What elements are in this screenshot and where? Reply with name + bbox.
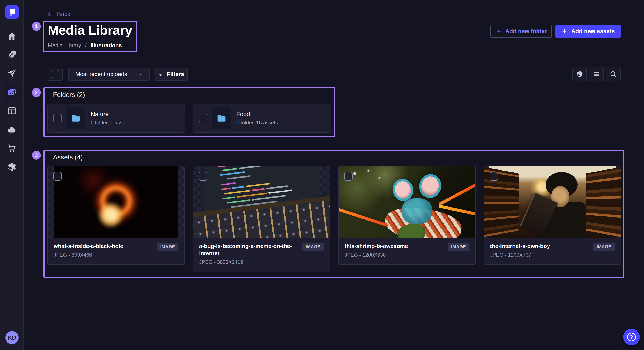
folder-name: Food [236, 111, 278, 118]
sort-select-value: Most recent uploads [76, 71, 127, 78]
paper-plane-icon [7, 68, 17, 78]
asset-type-badge: IMAGE [302, 243, 324, 251]
breadcrumb-current: Illustrations [90, 42, 122, 49]
breadcrumb-root[interactable]: Media Library [48, 42, 81, 49]
back-link[interactable]: Back [47, 11, 70, 17]
asset-preview [193, 167, 330, 237]
folder-name: Nature [91, 111, 127, 118]
folder-checkbox[interactable] [199, 114, 208, 123]
sidebar: KD [0, 0, 24, 350]
page-title: Media Library [48, 22, 132, 38]
sidebar-item-settings[interactable] [3, 158, 21, 176]
gear-icon [576, 70, 584, 78]
sidebar-item-releases[interactable] [3, 64, 21, 82]
sidebar-item-content-type-builder[interactable] [3, 102, 21, 120]
help-button[interactable]: ? [623, 329, 640, 345]
question-circle-icon: ? [627, 333, 636, 342]
sidebar-item-marketplace[interactable] [3, 139, 21, 157]
asset-meta: JPEG - 3628X2419 [199, 259, 298, 265]
section-divider [47, 144, 621, 144]
asset-type-badge: IMAGE [157, 243, 178, 251]
layout-icon [7, 106, 17, 116]
asset-thumbnail-shrimp [338, 167, 475, 237]
asset-caption: the-internet-s-own-boy JPEG - 1200X707 I… [484, 237, 621, 264]
cart-icon [7, 143, 17, 153]
sidebar-divider [0, 24, 24, 24]
sidebar-item-content-manager[interactable] [3, 46, 21, 64]
annotation-marker-1: 1 [32, 22, 41, 31]
sidebar-item-home[interactable] [3, 27, 21, 45]
asset-preview [48, 167, 184, 237]
folder-tile [66, 107, 85, 129]
add-new-folder-button[interactable]: Add new folder [490, 25, 552, 38]
avatar-initials: KD [8, 335, 16, 341]
folder-icon [216, 113, 227, 124]
folders-heading: Folders (2) [53, 91, 85, 99]
home-icon [7, 31, 17, 41]
folder-checkbox[interactable] [53, 114, 62, 123]
add-new-assets-button[interactable]: Add new assets [556, 25, 621, 38]
select-all-checkbox[interactable] [51, 70, 60, 78]
sort-select[interactable]: Most recent uploads [68, 68, 150, 81]
asset-thumbnail-black-hole [54, 167, 178, 237]
folder-meta: 0 folder, 1 asset [91, 120, 127, 126]
asset-checkbox[interactable] [53, 172, 62, 180]
asset-caption: what-s-inside-a-black-hole JPEG - 800X46… [48, 237, 184, 264]
strapi-logo[interactable] [5, 5, 19, 19]
assets-heading: Assets (4) [53, 154, 83, 161]
asset-meta: JPEG - 1200X707 [490, 252, 589, 258]
asset-type-badge: IMAGE [448, 243, 469, 251]
gear-icon [7, 162, 17, 172]
asset-preview [484, 167, 621, 237]
sidebar-item-deploy[interactable] [3, 121, 21, 139]
asset-title: this-shrimp-is-awesome [344, 243, 444, 250]
breadcrumb: Media Library / Illustrations [48, 42, 122, 49]
folder-card-food[interactable]: Food 0 folder, 16 assets [193, 104, 331, 133]
asset-card-black-hole[interactable]: what-s-inside-a-black-hole JPEG - 800X46… [47, 166, 185, 265]
asset-checkbox[interactable] [344, 172, 353, 180]
asset-meta: JPEG - 800X466 [54, 252, 153, 258]
folder-icon [70, 113, 81, 124]
annotation-marker-3: 3 [32, 151, 41, 160]
cloud-icon [7, 125, 17, 135]
feather-icon [7, 50, 17, 59]
folder-tile [212, 107, 231, 129]
list-view-button[interactable] [589, 67, 604, 81]
view-settings-button[interactable] [572, 67, 587, 81]
chevron-down-icon [138, 71, 144, 77]
select-all-checkbox-wrapper[interactable] [48, 68, 62, 81]
asset-title: a-bug-is-becoming-a-meme-on-the-internet [199, 243, 298, 257]
asset-thumbnail-code [204, 167, 319, 237]
asset-card-shrimp[interactable]: this-shrimp-is-awesome JPEG - 1200X630 I… [338, 166, 476, 265]
avatar[interactable]: KD [5, 331, 18, 344]
search-icon [610, 70, 617, 78]
folder-meta: 0 folder, 16 assets [236, 120, 278, 126]
plus-icon [561, 28, 568, 34]
asset-preview [338, 167, 475, 237]
sidebar-bottom-divider [0, 324, 24, 325]
list-icon [593, 70, 600, 78]
asset-card-bug-meme[interactable]: a-bug-is-becoming-a-meme-on-the-internet… [193, 166, 330, 272]
asset-title: the-internet-s-own-boy [490, 243, 589, 250]
asset-card-internets-own-boy[interactable]: the-internet-s-own-boy JPEG - 1200X707 I… [484, 166, 621, 265]
sidebar-item-media-library[interactable] [3, 83, 21, 101]
search-button[interactable] [606, 67, 620, 81]
assets-grid: what-s-inside-a-black-hole JPEG - 800X46… [47, 166, 621, 272]
asset-type-badge: IMAGE [593, 243, 615, 251]
annotation-marker-2: 2 [32, 88, 41, 97]
asset-caption: this-shrimp-is-awesome JPEG - 1200X630 I… [338, 237, 475, 264]
asset-checkbox[interactable] [490, 172, 498, 180]
filters-button[interactable]: Filters [154, 68, 188, 81]
breadcrumb-separator: / [85, 42, 87, 49]
back-label: Back [57, 11, 70, 17]
asset-thumbnail-library [488, 167, 616, 237]
asset-caption: a-bug-is-becoming-a-meme-on-the-internet… [193, 237, 330, 272]
asset-title: what-s-inside-a-black-hole [54, 243, 153, 250]
plus-icon [496, 28, 502, 34]
arrow-left-icon [47, 11, 54, 17]
folder-card-nature[interactable]: Nature 0 folder, 1 asset [47, 104, 185, 133]
asset-checkbox[interactable] [199, 172, 207, 180]
asset-meta: JPEG - 1200X630 [344, 252, 444, 258]
filter-icon [158, 71, 164, 77]
media-library-icon [7, 87, 17, 97]
